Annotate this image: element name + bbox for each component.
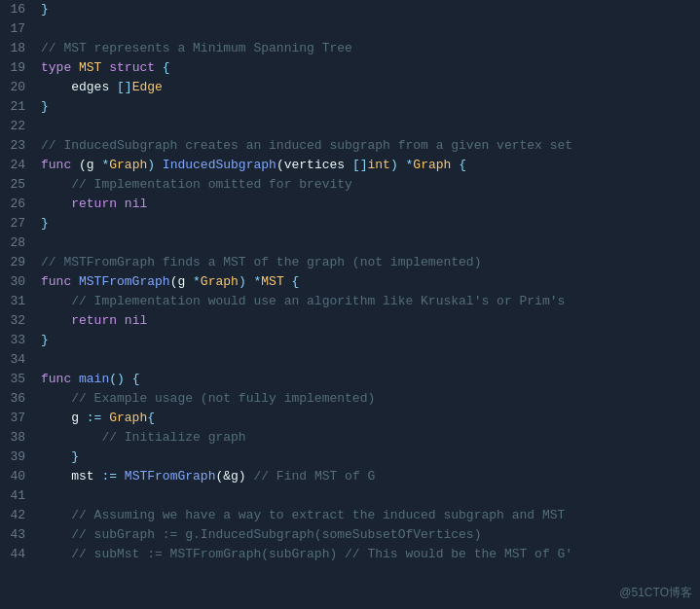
- line-content: }: [41, 331, 700, 350]
- line-content: [41, 350, 700, 370]
- line-content: return nil: [41, 311, 700, 331]
- code-row: 29// MSTFromGraph finds a MST of the gra…: [0, 253, 700, 272]
- code-row: 24func (g *Graph) InducedSubgraph(vertic…: [0, 156, 700, 175]
- line-content: [41, 233, 700, 253]
- line-number: 25: [0, 175, 41, 195]
- line-number: 27: [0, 214, 41, 233]
- code-row: 18// MST represents a Minimum Spanning T…: [0, 39, 700, 58]
- line-content: func main() {: [41, 370, 700, 389]
- line-number: 17: [0, 19, 41, 39]
- line-number: 16: [0, 0, 41, 19]
- line-number: 39: [0, 448, 41, 467]
- code-row: 19type MST struct {: [0, 58, 700, 78]
- line-content: // Assuming we have a way to extract the…: [41, 506, 700, 525]
- code-row: 35func main() {: [0, 370, 700, 389]
- line-content: g := Graph{: [41, 409, 700, 428]
- line-content: // Implementation would use an algorithm…: [41, 292, 700, 311]
- code-row: 22: [0, 117, 700, 136]
- line-number: 31: [0, 292, 41, 311]
- line-number: 22: [0, 117, 41, 136]
- line-content: edges []Edge: [41, 78, 700, 97]
- line-content: // MST represents a Minimum Spanning Tre…: [41, 39, 700, 58]
- code-row: 23// InducedSubgraph creates an induced …: [0, 136, 700, 156]
- line-number: 33: [0, 331, 41, 350]
- line-number: 43: [0, 525, 41, 545]
- line-content: [41, 19, 700, 39]
- code-row: 42 // Assuming we have a way to extract …: [0, 506, 700, 525]
- line-content: func (g *Graph) InducedSubgraph(vertices…: [41, 156, 700, 175]
- line-content: // MSTFromGraph finds a MST of the graph…: [41, 253, 700, 272]
- line-number: 18: [0, 39, 41, 58]
- code-row: 36 // Example usage (not fully implement…: [0, 389, 700, 409]
- line-number: 38: [0, 428, 41, 448]
- code-row: 26 return nil: [0, 195, 700, 214]
- line-number: 34: [0, 350, 41, 370]
- code-row: 38 // Initialize graph: [0, 428, 700, 448]
- code-lines: 16}17 18// MST represents a Minimum Span…: [0, 0, 700, 564]
- code-row: 21}: [0, 97, 700, 117]
- line-content: }: [41, 0, 700, 19]
- line-content: // Initialize graph: [41, 428, 700, 448]
- code-row: 25 // Implementation omitted for brevity: [0, 175, 700, 195]
- line-number: 32: [0, 311, 41, 331]
- code-row: 44 // subMst := MSTFromGraph(subGraph) /…: [0, 545, 700, 564]
- line-content: }: [41, 214, 700, 233]
- line-number: 36: [0, 389, 41, 409]
- line-content: // Implementation omitted for brevity: [41, 175, 700, 195]
- line-content: [41, 117, 700, 136]
- code-row: 37 g := Graph{: [0, 409, 700, 428]
- line-number: 37: [0, 409, 41, 428]
- line-content: }: [41, 448, 700, 467]
- watermark: @51CTO博客: [619, 585, 692, 601]
- line-content: return nil: [41, 195, 700, 214]
- code-row: 33}: [0, 331, 700, 350]
- code-row: 20 edges []Edge: [0, 78, 700, 97]
- line-number: 30: [0, 272, 41, 292]
- line-content: func MSTFromGraph(g *Graph) *MST {: [41, 272, 700, 292]
- code-row: 34: [0, 350, 700, 370]
- code-row: 40 mst := MSTFromGraph(&g) // Find MST o…: [0, 467, 700, 486]
- line-number: 23: [0, 136, 41, 156]
- line-number: 44: [0, 545, 41, 564]
- line-number: 40: [0, 467, 41, 486]
- code-row: 41: [0, 486, 700, 506]
- line-content: // Example usage (not fully implemented): [41, 389, 700, 409]
- line-number: 26: [0, 195, 41, 214]
- line-number: 41: [0, 486, 41, 506]
- line-content: // InducedSubgraph creates an induced su…: [41, 136, 700, 156]
- code-row: 17: [0, 19, 700, 39]
- line-number: 20: [0, 78, 41, 97]
- line-content: mst := MSTFromGraph(&g) // Find MST of G: [41, 467, 700, 486]
- code-row: 43 // subGraph := g.InducedSubgraph(some…: [0, 525, 700, 545]
- code-row: 30func MSTFromGraph(g *Graph) *MST {: [0, 272, 700, 292]
- line-number: 19: [0, 58, 41, 78]
- line-content: type MST struct {: [41, 58, 700, 78]
- line-number: 21: [0, 97, 41, 117]
- line-content: }: [41, 97, 700, 117]
- code-row: 31 // Implementation would use an algori…: [0, 292, 700, 311]
- line-content: // subGraph := g.InducedSubgraph(someSub…: [41, 525, 700, 545]
- code-row: 16}: [0, 0, 700, 19]
- line-number: 29: [0, 253, 41, 272]
- line-number: 42: [0, 506, 41, 525]
- line-number: 35: [0, 370, 41, 389]
- code-row: 27}: [0, 214, 700, 233]
- code-row: 28: [0, 233, 700, 253]
- line-content: // subMst := MSTFromGraph(subGraph) // T…: [41, 545, 700, 564]
- line-number: 28: [0, 233, 41, 253]
- line-number: 24: [0, 156, 41, 175]
- code-row: 32 return nil: [0, 311, 700, 331]
- line-content: [41, 486, 700, 506]
- code-editor: 16}17 18// MST represents a Minimum Span…: [0, 0, 700, 609]
- code-row: 39 }: [0, 448, 700, 467]
